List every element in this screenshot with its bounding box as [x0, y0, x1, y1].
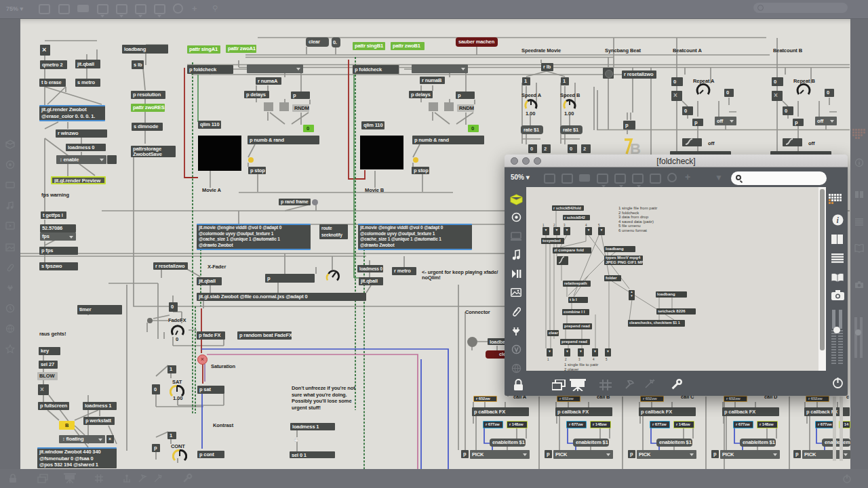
- svg-text:B: B: [630, 140, 641, 155]
